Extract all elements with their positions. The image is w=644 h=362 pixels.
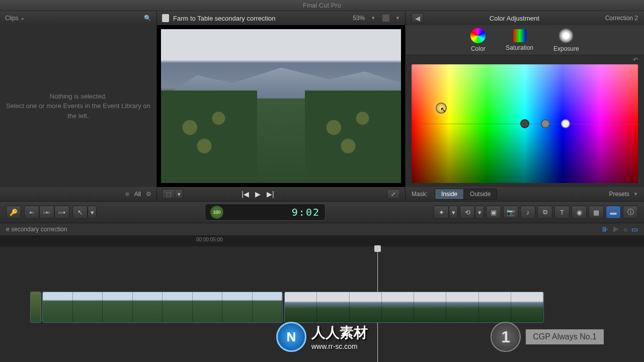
watermark: N 人人素材 www.rr-sc.com — [276, 322, 368, 352]
enhance-tool[interactable]: ✦ — [434, 206, 449, 219]
key-tool[interactable]: 🔑 — [6, 206, 21, 219]
correction-label: Correction 2 — [605, 15, 638, 22]
timecode-value: 9:02 — [292, 206, 320, 218]
event-sidebar: Clips ▸ 🔍 Nothing is selected. Select on… — [0, 11, 157, 201]
clips-label: Clips — [5, 15, 19, 22]
add-icon[interactable]: + — [629, 67, 634, 76]
viewer-panel: Farm to Table secondary correction 53% ▼… — [157, 11, 406, 201]
presets-menu[interactable]: Presets▼ — [609, 191, 638, 198]
fit-dropdown-icon[interactable]: ▾ — [175, 189, 183, 199]
search-icon[interactable]: 🔍 — [144, 15, 151, 22]
sidebar-footer: All ⚙ — [0, 187, 156, 201]
shadows-puck[interactable] — [520, 119, 529, 128]
media-tool[interactable]: ▣ — [486, 206, 501, 219]
project-title: Farm to Table secondary correction — [173, 15, 276, 22]
color-board[interactable]: ↖ + — [412, 64, 638, 183]
saturation-icon — [513, 29, 526, 42]
timecode-badge: 100 — [210, 206, 223, 219]
audio-skim-icon[interactable]: ⫸ — [612, 225, 619, 233]
watermark-cn: 人人素材 — [311, 323, 368, 342]
viewer-canvas[interactable] — [157, 25, 405, 187]
timeline-clip[interactable]: Mountain orchard tilt down — [284, 292, 544, 323]
cursor-icon: ↖ — [440, 106, 446, 114]
tab-saturation[interactable]: Saturation — [506, 29, 533, 51]
video-frame — [161, 29, 401, 183]
document-icon — [162, 14, 169, 22]
insert-tool[interactable]: ▫▪▫ — [39, 206, 54, 219]
inspector-panel: ◀ Color Adjustment Correction 2 Color Sa… — [406, 11, 644, 201]
append-tool[interactable]: ▫▫▪ — [54, 206, 69, 219]
watermark-badge: 1 CGP Always No.1 — [491, 322, 604, 352]
zoom-dropdown-icon[interactable]: ▼ — [371, 16, 375, 21]
undo-row: ↶ — [406, 55, 644, 64]
generator-tool[interactable]: ◉ — [572, 206, 587, 219]
viewer-footer: ⬚ ▾ |◀ ▶ ▶| ⤢ — [157, 187, 405, 201]
connect-tool[interactable]: ▪▫ — [24, 206, 39, 219]
inspector-tool[interactable]: ⓘ — [623, 206, 638, 219]
mask-outside-button[interactable]: Outside — [464, 189, 497, 200]
theme-tool[interactable]: ▦ — [589, 206, 604, 219]
watermark-logo-icon: N — [276, 322, 306, 352]
transition-tool[interactable]: ⧉ — [537, 206, 552, 219]
view-dropdown-icon[interactable]: ▼ — [395, 16, 400, 21]
play-button[interactable]: ▶ — [255, 190, 261, 198]
mask-label: Mask: — [412, 191, 428, 198]
watermark-tag: CGP Always No.1 — [526, 329, 604, 344]
adjustment-tabs: Color Saturation Exposure — [406, 25, 644, 55]
watermark-url: www.rr-sc.com — [311, 342, 368, 350]
retime-tool[interactable]: ⟲ — [460, 206, 475, 219]
tab-exposure[interactable]: Exposure — [553, 28, 579, 52]
main-toolbar: 🔑 ▪▫ ▫▪▫ ▫▫▪ ↖ ▾ 100 9:02 ✦▾ ⟲▾ ▣ 📷 ♪ ⧉ … — [0, 201, 644, 223]
skimming-icon[interactable]: ⊪ — [602, 225, 608, 233]
inspector-footer: Mask: Inside Outside Presets▼ — [406, 187, 644, 201]
midtones-puck[interactable] — [541, 119, 550, 128]
highlights-puck[interactable] — [561, 119, 570, 128]
zoom-level[interactable]: 53% — [353, 15, 365, 22]
enhance-dropdown-icon[interactable]: ▾ — [449, 206, 458, 219]
sidebar-header[interactable]: Clips ▸ 🔍 — [0, 11, 156, 25]
prev-button[interactable]: |◀ — [242, 190, 249, 198]
transport-controls: |◀ ▶ ▶| — [242, 190, 274, 198]
photo-tool[interactable]: 📷 — [503, 206, 518, 219]
snap-icon[interactable]: ⟐ — [623, 225, 627, 233]
chevron-right-icon: ▸ — [22, 16, 24, 21]
solo-icon[interactable]: ▭ — [631, 225, 638, 233]
clip-fragment[interactable] — [30, 292, 41, 323]
mask-inside-button[interactable]: Inside — [435, 189, 464, 200]
retime-dropdown-icon[interactable]: ▾ — [475, 206, 484, 219]
ruler-mark: 00:00:05:00 — [196, 237, 223, 242]
timecode-display[interactable]: 100 9:02 — [205, 204, 326, 221]
next-button[interactable]: ▶| — [267, 190, 274, 198]
fit-button[interactable]: ⬚ — [162, 189, 175, 199]
fullscreen-button[interactable]: ⤢ — [387, 189, 400, 199]
timeline-ruler[interactable]: 00:00:05:00 — [0, 235, 644, 246]
tab-color[interactable]: Color — [470, 28, 486, 52]
settings-icon[interactable] — [382, 15, 389, 22]
undo-icon[interactable]: ↶ — [633, 56, 638, 63]
timeline-header: e secondary correction ⊪ ⫸ ⟐ ▭ — [0, 223, 644, 235]
titlebar: Final Cut Pro — [0, 0, 644, 11]
color-wheel-icon — [470, 28, 486, 43]
watermark-number: 1 — [491, 322, 521, 352]
exposure-icon — [558, 28, 574, 43]
mask-segment: Inside Outside — [435, 189, 497, 200]
status-dot-icon — [125, 192, 129, 196]
timeline-clip[interactable]: Orange grove solar flare — [42, 292, 283, 323]
settings-icon[interactable]: ⚙ — [146, 191, 151, 198]
tool-dropdown-icon[interactable]: ▾ — [88, 206, 97, 219]
title-tool[interactable]: T — [554, 206, 570, 219]
back-button[interactable]: ◀ — [412, 13, 424, 23]
color-tool[interactable]: ▬ — [606, 206, 621, 219]
timeline-title: e secondary correction — [6, 226, 67, 233]
all-filter[interactable]: All — [134, 191, 141, 198]
select-tool[interactable]: ↖ — [72, 206, 88, 219]
inspector-header: ◀ Color Adjustment Correction 2 — [406, 11, 644, 25]
inspector-title: Color Adjustment — [424, 15, 605, 22]
sidebar-empty-message: Nothing is selected. Select one or more … — [0, 25, 156, 187]
chevron-down-icon: ▼ — [633, 192, 638, 197]
viewer-header: Farm to Table secondary correction 53% ▼… — [157, 11, 405, 25]
music-tool[interactable]: ♪ — [520, 206, 535, 219]
